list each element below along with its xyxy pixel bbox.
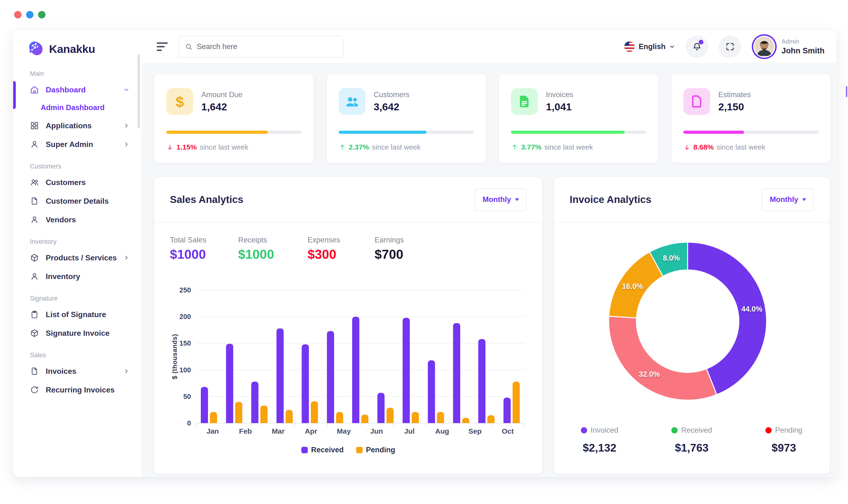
sidebar-subitem-admin-dashboard[interactable]: Admin Dashboard [13, 99, 141, 116]
section-label-signature: Signature [30, 295, 137, 302]
sidebar-item-signature-invoice[interactable]: Signature Invoice [13, 324, 141, 342]
svg-text:150: 150 [180, 339, 191, 347]
stat-trend: 8.68%since last week [683, 143, 765, 151]
sales-period-dropdown[interactable]: Monthly [475, 188, 526, 211]
chevron-down-icon [669, 43, 675, 50]
sidebar-nav: MainDashboardAdmin DashboardApplications… [13, 67, 141, 410]
sales-analytics-title: Sales Analytics [170, 194, 243, 205]
sidebar-item-label: Vendors [46, 215, 76, 224]
svg-text:44.0%: 44.0% [741, 305, 762, 313]
users-filled-icon [344, 94, 360, 109]
svg-text:50: 50 [183, 393, 191, 400]
sidebar-item-dashboard[interactable]: Dashboard [13, 80, 141, 99]
us-flag-icon [624, 41, 635, 52]
sales-summary-row: Total Sales$1000Receipts$1000Expenses$30… [170, 236, 422, 262]
sales-analytics-card: Sales Analytics Monthly Total Sales$1000… [155, 177, 542, 474]
search-box [178, 36, 343, 58]
charts-row: Sales Analytics Monthly Total Sales$1000… [155, 177, 829, 474]
language-label: English [638, 42, 665, 51]
sidebar-item-label: Applications [46, 121, 92, 130]
window-dot-close[interactable] [14, 11, 21, 18]
sidebar-item-super-admin[interactable]: Super Admin [13, 135, 141, 154]
app-window: Kanakku MainDashboardAdmin DashboardAppl… [13, 30, 836, 477]
brand-name: Kanakku [49, 42, 95, 55]
section-label-sales: Sales [30, 352, 137, 359]
notifications-button[interactable] [686, 35, 708, 58]
invoice-analytics-title: Invoice Analytics [570, 194, 651, 205]
chev-right-icon [123, 122, 130, 129]
user-icon [30, 272, 39, 281]
sidebar-item-invoices[interactable]: Invoices [13, 362, 141, 380]
arrow-down-icon [166, 144, 174, 151]
stat-trend: 3.77%since last week [511, 143, 593, 151]
search-input[interactable] [197, 42, 337, 51]
invoice-donut-chart: 44.0%32.0%16.0%8.0% [554, 224, 829, 422]
sidebar-item-applications[interactable]: Applications [13, 116, 141, 135]
stat-progress-bar [166, 131, 302, 134]
svg-text:Jul: Jul [404, 427, 415, 435]
notification-badge [699, 40, 703, 44]
file-icon [30, 367, 39, 376]
file-text-icon [517, 94, 532, 109]
sidebar-item-list-of-signature[interactable]: List of Signature [13, 305, 141, 324]
sidebar-item-products-services[interactable]: Products / Services [13, 248, 141, 267]
legend-item-pending: Pending [356, 446, 395, 454]
page-scrollbar[interactable] [846, 86, 847, 97]
svg-text:200: 200 [180, 313, 191, 321]
sidebar-item-customer-details[interactable]: Customer Details [13, 192, 141, 210]
sidebar-item-recurring-invoices[interactable]: Recurring Invoices [13, 380, 141, 399]
fullscreen-button[interactable] [719, 35, 741, 58]
sidebar-item-label: Products / Services [46, 253, 117, 262]
menu-toggle-button[interactable] [157, 42, 168, 51]
user-menu[interactable]: Admin John Smith [752, 34, 825, 59]
kanakku-logo-icon [27, 40, 45, 58]
sidebar-item-inventory[interactable]: Inventory [13, 267, 141, 286]
stat-title: Customers [374, 90, 410, 99]
file-icon [30, 197, 39, 205]
window-controls [14, 11, 46, 18]
dollar-icon: $ [176, 93, 184, 110]
chev-right-icon [123, 368, 130, 375]
avatar-photo [754, 37, 774, 57]
legend-item-received: Received [301, 446, 344, 454]
window-dot-minimize[interactable] [26, 11, 34, 18]
svg-text:32.0%: 32.0% [639, 370, 660, 378]
sidebar-scrollbar[interactable] [138, 54, 140, 128]
stat-value: 1,642 [201, 101, 242, 113]
users-icon [30, 178, 39, 187]
stat-trend: 2.37%since last week [339, 143, 421, 151]
svg-text:250: 250 [180, 286, 191, 294]
refresh-icon [30, 385, 39, 394]
invoice-period-dropdown[interactable]: Monthly [762, 188, 814, 211]
svg-text:100: 100 [180, 366, 191, 374]
stat-title: Estimates [718, 90, 751, 99]
donut-chart-legend: Invoiced$2,132Received$1,763Pending$973 [571, 426, 813, 454]
brand-logo[interactable]: Kanakku [13, 30, 141, 58]
donut-legend-received: Received$1,763 [663, 426, 720, 454]
clipboard-icon [30, 310, 39, 319]
sidebar-item-label: Recurring Invoices [46, 385, 115, 394]
sidebar-item-customers[interactable]: Customers [13, 173, 141, 192]
svg-text:$ (thousands): $ (thousands) [171, 334, 178, 379]
language-selector[interactable]: English [624, 41, 675, 52]
stat-progress-bar [511, 131, 646, 134]
sidebar-item-vendors[interactable]: Vendors [13, 210, 141, 229]
window-dot-zoom[interactable] [38, 11, 46, 18]
caret-down-icon [515, 198, 519, 201]
stat-card-invoices: Invoices1,0413.77%since last week [499, 74, 658, 163]
stat-card-amount-due: $Amount Due1,6421.15%since last week [155, 74, 313, 163]
invoice-analytics-card: Invoice Analytics Monthly 44.0%32.0%16.0… [554, 177, 829, 474]
svg-text:Jun: Jun [370, 427, 383, 435]
stat-title: Invoices [546, 90, 573, 99]
svg-text:Aug: Aug [435, 427, 449, 435]
sidebar-item-label: Super Admin [46, 140, 93, 149]
box-icon [30, 328, 39, 338]
bar-chart-legend: ReceivedPending [155, 446, 542, 454]
stat-progress-bar [683, 131, 818, 134]
arrow-up-icon [339, 144, 346, 151]
stat-value: 1,041 [546, 101, 573, 113]
sidebar-item-label: Inventory [46, 272, 80, 281]
user-name: John Smith [781, 46, 825, 55]
stat-progress-bar [339, 131, 474, 134]
sidebar-item-label: Customer Details [46, 197, 109, 205]
